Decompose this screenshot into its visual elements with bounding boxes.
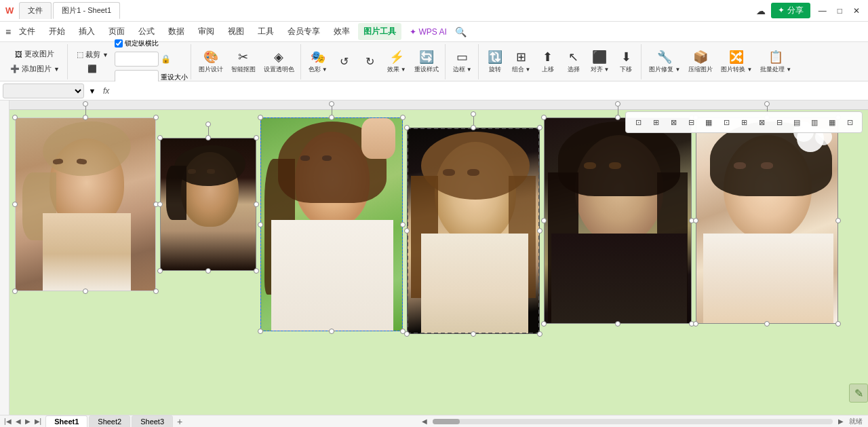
convert-button[interactable]: 🔀 图片转换 ▼ bbox=[717, 48, 755, 76]
image-wrapper-6[interactable] bbox=[696, 117, 838, 324]
align-left-mid-button[interactable]: ⊟ bbox=[683, 114, 699, 130]
menu-efficiency[interactable]: 效率 bbox=[328, 23, 355, 40]
repair-button[interactable]: 🔧 图片修复 ▼ bbox=[646, 48, 684, 76]
img-align-toolbar: ⊡ ⊞ ⊠ ⊟ ▦ ⊡ ⊞ ⊠ ⊟ ▤ ▥ ▦ ⊡ bbox=[625, 111, 863, 133]
add-image-button[interactable]: ➕ 添加图片 ▼ bbox=[5, 62, 64, 76]
scrollbar-thumb[interactable] bbox=[433, 419, 460, 424]
upward-button[interactable]: ⬆ 上移 bbox=[536, 48, 560, 76]
refresh1-button[interactable]: ↺ bbox=[332, 53, 357, 70]
menu-review[interactable]: 审阅 bbox=[193, 23, 220, 40]
menu-formula[interactable]: 公式 bbox=[133, 23, 160, 40]
image-wrapper-3[interactable] bbox=[260, 117, 403, 331]
photo-3-body bbox=[271, 220, 393, 331]
align-button[interactable]: ⬛ 对齐 ▼ bbox=[587, 48, 613, 76]
menu-tools[interactable]: 工具 bbox=[252, 23, 279, 40]
image-wrapper-2[interactable] bbox=[160, 138, 256, 271]
menu-vip[interactable]: 会员专享 bbox=[282, 23, 326, 40]
select-button[interactable]: ↖ 选择 bbox=[561, 48, 586, 76]
align-extra1-button[interactable]: ▦ bbox=[824, 114, 840, 130]
sheet-nav-first[interactable]: |◀ bbox=[3, 417, 13, 425]
name-box[interactable] bbox=[3, 83, 84, 98]
sheet-nav-last[interactable]: ▶| bbox=[33, 417, 43, 425]
menu-start[interactable]: 开始 bbox=[43, 23, 71, 40]
status-text: 就绪 bbox=[849, 417, 863, 426]
sheet-nav-prev[interactable]: ◀ bbox=[14, 417, 22, 425]
convert-icon: 🔀 bbox=[729, 50, 744, 64]
lock-ratio-input[interactable] bbox=[115, 39, 123, 48]
align-distribute-v-button[interactable]: ▥ bbox=[806, 114, 823, 130]
close-button[interactable]: ✕ bbox=[850, 6, 863, 16]
photo-5 bbox=[544, 117, 692, 324]
group-button[interactable]: ⊞ 组合 ▼ bbox=[509, 48, 534, 76]
align-right-top-button[interactable]: ⊠ bbox=[665, 114, 682, 130]
color-button[interactable]: 🎭 色彩 ▼ bbox=[305, 48, 331, 76]
rotation-handle-2[interactable] bbox=[205, 122, 211, 127]
formula-input[interactable] bbox=[115, 85, 865, 97]
align-center-top-button[interactable]: ⊞ bbox=[648, 114, 664, 130]
sheet-tab-2[interactable]: Sheet2 bbox=[89, 415, 130, 427]
align-center-mid-button[interactable]: ▦ bbox=[701, 114, 717, 130]
menu-file[interactable]: 文件 bbox=[14, 23, 41, 40]
add-image-icon: ➕ bbox=[10, 64, 20, 73]
lock-ratio-checkbox[interactable]: 锁定纵横比 bbox=[115, 39, 188, 48]
align-distribute-h-button[interactable]: ▤ bbox=[789, 114, 805, 130]
scrollbar-track[interactable] bbox=[433, 419, 833, 424]
align-center-bot-button[interactable]: ⊠ bbox=[753, 114, 770, 130]
design-button[interactable]: 🎨 图片设计 bbox=[195, 48, 226, 76]
crop-resize-btns: ⬚ 裁剪 ▼ ⬛ bbox=[72, 48, 113, 75]
search-icon[interactable]: 🔍 bbox=[455, 26, 467, 37]
batch-button[interactable]: 📋 批量处理 ▼ bbox=[757, 48, 795, 76]
downward-button[interactable]: ⬇ 下移 bbox=[614, 48, 638, 76]
scroll-right-arrow[interactable]: ▶ bbox=[838, 417, 844, 425]
set-transparent-button[interactable]: ◈ 设置透明色 bbox=[260, 48, 298, 76]
rotate-button[interactable]: 🔃 旋转 bbox=[483, 48, 507, 76]
tab-sheet1[interactable]: 图片1 - Sheet1 bbox=[53, 2, 120, 19]
hamburger-menu[interactable]: ≡ bbox=[5, 26, 11, 37]
tab-file[interactable]: 文件 bbox=[19, 2, 52, 19]
align-dropdown-icon: ▼ bbox=[604, 67, 610, 73]
border-button[interactable]: ▭ 边框 ▼ bbox=[450, 48, 475, 76]
menu-picture-tools[interactable]: 图片工具 bbox=[358, 23, 401, 40]
menu-wps-ai[interactable]: ✦ WPS AI bbox=[404, 24, 452, 39]
sheet-nav-next[interactable]: ▶ bbox=[24, 417, 32, 425]
spreadsheet-area[interactable]: ⊡ ⊞ ⊠ ⊟ ▦ ⊡ ⊞ ⊠ ⊟ ▤ ▥ ▦ ⊡ bbox=[9, 100, 868, 415]
add-sheet-button[interactable]: + bbox=[174, 416, 185, 427]
menu-view[interactable]: 视图 bbox=[222, 23, 250, 40]
effect-button[interactable]: ⚡ 效果 ▼ bbox=[384, 48, 410, 76]
image-wrapper-5[interactable] bbox=[544, 117, 692, 324]
photo-2-eye1 bbox=[188, 169, 196, 174]
fx-button[interactable]: fx bbox=[100, 86, 112, 96]
align-right-mid-button[interactable]: ⊡ bbox=[718, 114, 734, 130]
refresh2-button[interactable]: ↻ bbox=[358, 53, 382, 70]
sheet-tab-1[interactable]: Sheet1 bbox=[45, 415, 87, 427]
expand-button[interactable]: ⬛ bbox=[72, 62, 113, 75]
float-corner-icon: ✎ bbox=[854, 387, 863, 400]
share-button[interactable]: ✦ 分享 bbox=[771, 3, 810, 18]
align-right-bot-button[interactable]: ⊟ bbox=[771, 114, 787, 130]
minimize-button[interactable]: — bbox=[816, 6, 829, 16]
change-image-button[interactable]: 🖼 更改图片 bbox=[5, 47, 64, 61]
rotation-handle-4[interactable] bbox=[471, 111, 476, 117]
maximize-button[interactable]: □ bbox=[835, 6, 845, 16]
menu-data[interactable]: 数据 bbox=[163, 23, 190, 40]
float-corner-button[interactable]: ✎ bbox=[849, 384, 868, 403]
align-left-top-button[interactable]: ⊡ bbox=[630, 114, 646, 130]
width-input[interactable] bbox=[115, 52, 159, 67]
scroll-left-arrow[interactable]: ◀ bbox=[422, 417, 427, 425]
compress-button[interactable]: 📦 压缩图片 bbox=[685, 48, 716, 76]
menu-page[interactable]: 页面 bbox=[103, 23, 130, 40]
menu-insert[interactable]: 插入 bbox=[73, 23, 100, 40]
align-extra2-button[interactable]: ⊡ bbox=[842, 114, 858, 130]
image-wrapper-1[interactable] bbox=[15, 117, 156, 291]
smart-cutout-button[interactable]: ✂ 智能抠图 bbox=[228, 48, 259, 76]
photo-1 bbox=[15, 117, 156, 291]
expand-arrow[interactable]: ▼ bbox=[87, 87, 98, 95]
sheet-tab-3[interactable]: Sheet3 bbox=[132, 415, 173, 427]
crop-button[interactable]: ⬚ 裁剪 ▼ bbox=[72, 48, 113, 62]
image-wrapper-4[interactable] bbox=[407, 128, 540, 334]
align-left-bot-button[interactable]: ⊞ bbox=[736, 114, 752, 130]
photo-2 bbox=[160, 138, 256, 271]
photo-6-eye1 bbox=[734, 162, 746, 169]
restyle-button[interactable]: 🔄 重设样式 bbox=[411, 48, 442, 76]
photo-4 bbox=[407, 128, 540, 334]
